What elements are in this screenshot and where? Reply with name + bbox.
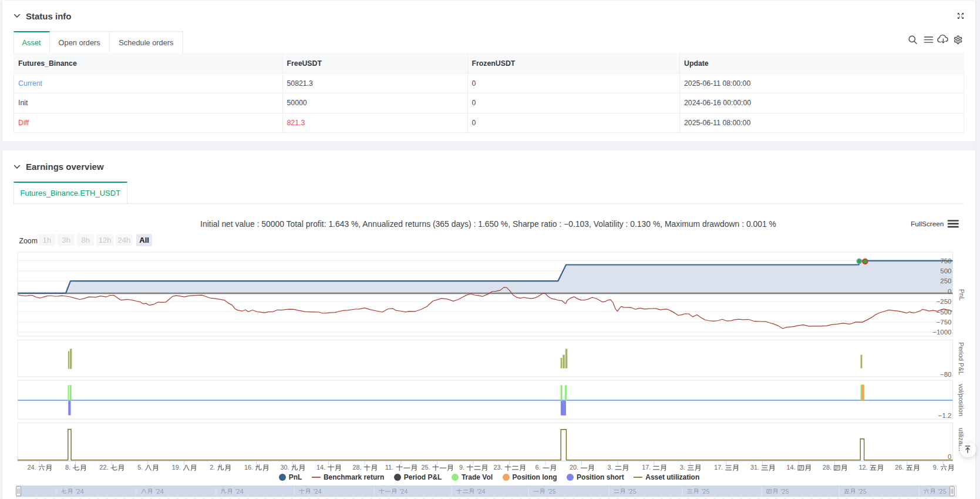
svg-text:25.: 25. <box>422 464 430 471</box>
svg-text:8.: 8. <box>65 464 70 471</box>
svg-text:'24: '24 <box>314 488 322 495</box>
svg-text:PnL: PnL <box>958 289 965 301</box>
svg-text:vol/position: vol/position <box>958 384 965 416</box>
svg-text:11.: 11. <box>385 464 393 471</box>
svg-text:Period P&L: Period P&L <box>958 342 965 375</box>
svg-text:9.: 9. <box>933 464 938 471</box>
svg-text:17.: 17. <box>714 464 723 471</box>
svg-text:30.: 30. <box>281 464 289 471</box>
svg-text:'25: '25 <box>858 488 867 495</box>
svg-text:3.: 3. <box>608 464 613 471</box>
svg-text:0: 0 <box>948 288 951 295</box>
svg-text:31.: 31. <box>750 464 759 471</box>
svg-text:'24: '24 <box>235 488 244 495</box>
svg-text:750: 750 <box>940 257 951 264</box>
svg-text:−250: −250 <box>937 298 952 305</box>
svg-text:12.: 12. <box>859 464 868 471</box>
svg-text:−1.2: −1.2 <box>938 412 952 419</box>
svg-text:28.: 28. <box>353 464 362 471</box>
svg-text:19.: 19. <box>172 464 181 471</box>
svg-text:'24: '24 <box>156 488 164 495</box>
svg-text:'24: '24 <box>400 488 408 495</box>
svg-text:22.: 22. <box>100 464 109 471</box>
svg-text:16.: 16. <box>244 464 253 471</box>
svg-text:14.: 14. <box>787 464 796 471</box>
svg-text:23.: 23. <box>494 464 503 471</box>
svg-text:2.: 2. <box>210 464 215 471</box>
svg-text:−1000: −1000 <box>932 329 951 336</box>
svg-text:9.: 9. <box>459 464 464 471</box>
svg-text:5.: 5. <box>137 464 143 471</box>
svg-text:'25: '25 <box>628 488 637 495</box>
svg-text:250: 250 <box>940 277 951 284</box>
svg-text:6.: 6. <box>536 464 541 471</box>
svg-text:'25: '25 <box>938 488 947 495</box>
svg-text:500: 500 <box>940 267 951 274</box>
svg-text:−80: −80 <box>940 371 952 378</box>
svg-text:'25: '25 <box>781 488 789 495</box>
svg-text:−500: −500 <box>937 309 952 316</box>
svg-text:28.: 28. <box>823 464 831 471</box>
svg-text:'25: '25 <box>702 488 710 495</box>
svg-text:3.: 3. <box>680 464 685 471</box>
svg-text:24.: 24. <box>28 464 36 471</box>
svg-text:14.: 14. <box>316 464 325 471</box>
svg-text:17.: 17. <box>642 464 651 471</box>
svg-text:−750: −750 <box>937 319 952 326</box>
svg-text:26.: 26. <box>895 464 904 471</box>
svg-text:20.: 20. <box>570 464 578 471</box>
svg-text:'24: '24 <box>477 488 486 495</box>
svg-text:'24: '24 <box>76 488 84 495</box>
svg-text:0: 0 <box>948 453 951 460</box>
svg-text:'25: '25 <box>548 488 556 495</box>
